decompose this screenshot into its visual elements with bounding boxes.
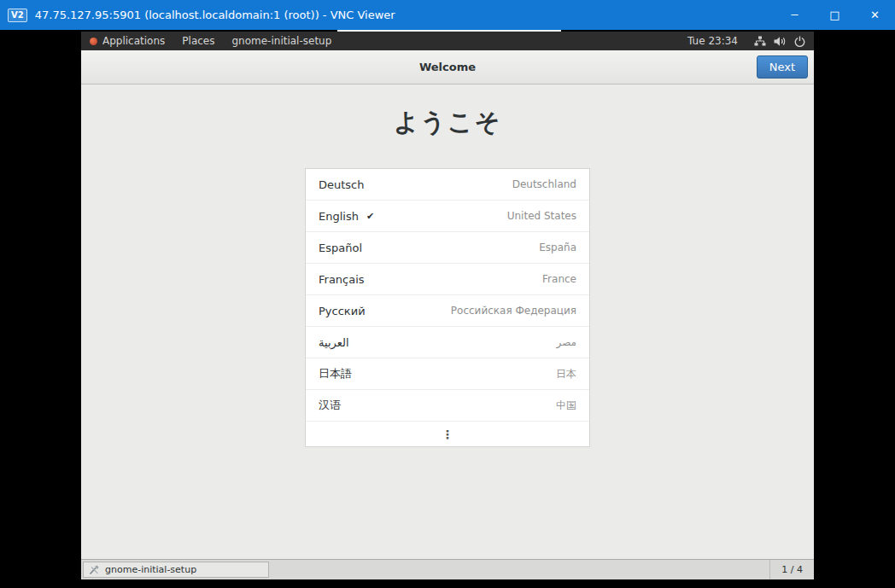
power-icon[interactable] xyxy=(794,36,805,47)
task-label: gnome-initial-setup xyxy=(105,564,196,575)
welcome-greeting: ようこそ xyxy=(81,106,814,140)
language-name: Français xyxy=(319,273,365,286)
topbar-status-area: Tue 23:34 xyxy=(687,35,805,47)
remote-desktop: Applications Places gnome-initial-setup … xyxy=(81,32,814,579)
clock[interactable]: Tue 23:34 xyxy=(687,35,738,47)
language-row[interactable]: 汉语 ✔ 中国 xyxy=(306,390,589,422)
workspace-pager[interactable]: 1 / 4 xyxy=(769,560,814,579)
language-name: Русский xyxy=(319,305,366,317)
applications-menu[interactable]: Applications xyxy=(90,35,165,47)
language-row[interactable]: العربية ✔ مصر xyxy=(306,327,589,358)
selected-check-icon: ✔ xyxy=(366,211,374,222)
window-title: 47.75.127.95:5901 (localhost.localdomain… xyxy=(35,9,395,21)
language-name: English xyxy=(319,210,359,223)
minimize-button[interactable]: ─ xyxy=(775,0,815,30)
language-region: Deutschland xyxy=(512,178,576,190)
language-region: Российская Федерация xyxy=(451,305,576,317)
language-region: 中国 xyxy=(556,399,576,413)
language-name: 汉语 xyxy=(319,398,341,413)
volume-icon[interactable] xyxy=(774,36,787,47)
setup-header-bar: Welcome Next xyxy=(81,50,814,84)
language-name: 日本語 xyxy=(319,366,352,381)
setup-content: ようこそ Deutsch ✔ Deutschland English ✔ Uni… xyxy=(81,85,814,559)
next-button[interactable]: Next xyxy=(757,55,808,79)
gnome-taskbar: gnome-initial-setup 1 / 4 xyxy=(81,559,814,579)
app-menu-label: gnome-initial-setup xyxy=(231,35,331,47)
language-region: مصر xyxy=(557,336,576,348)
language-list: Deutsch ✔ Deutschland English ✔ United S… xyxy=(305,168,590,447)
topbar-menus: Applications Places gnome-initial-setup xyxy=(90,35,331,47)
vnc-titlebar[interactable]: V2 47.75.127.95:5901 (localhost.localdom… xyxy=(0,0,895,30)
vnc-viewer-window: V2 47.75.127.95:5901 (localhost.localdom… xyxy=(0,0,895,588)
language-name: Deutsch xyxy=(319,178,365,191)
places-menu-label: Places xyxy=(182,35,214,47)
language-row[interactable]: Deutsch ✔ Deutschland xyxy=(306,169,589,201)
language-region: España xyxy=(539,242,576,253)
language-row[interactable]: Français ✔ France xyxy=(306,264,589,295)
places-menu[interactable]: Places xyxy=(182,35,214,47)
network-icon[interactable] xyxy=(754,36,766,47)
maximize-button[interactable]: □ xyxy=(815,0,855,30)
language-row[interactable]: 日本語 ✔ 日本 xyxy=(306,358,589,390)
language-name: Español xyxy=(319,242,362,254)
task-icon xyxy=(89,565,100,575)
applications-menu-icon xyxy=(90,38,97,45)
language-row[interactable]: English ✔ United States xyxy=(306,201,589,232)
language-region: 日本 xyxy=(556,367,576,381)
taskbar-task-button[interactable]: gnome-initial-setup xyxy=(83,562,269,578)
applications-menu-label: Applications xyxy=(102,35,165,47)
language-name: العربية xyxy=(319,336,349,349)
language-more-row[interactable]: ⋮ xyxy=(306,422,589,446)
vnc-viewport: Applications Places gnome-initial-setup … xyxy=(0,30,895,588)
close-button[interactable]: ✕ xyxy=(855,0,895,30)
language-region: France xyxy=(542,273,576,285)
language-row[interactable]: Español ✔ España xyxy=(306,232,589,264)
app-menu[interactable]: gnome-initial-setup xyxy=(231,35,331,47)
page-title: Welcome xyxy=(419,61,476,73)
language-region: United States xyxy=(507,210,576,222)
gnome-top-bar: Applications Places gnome-initial-setup … xyxy=(81,32,814,50)
window-controls: ─ □ ✕ xyxy=(775,0,895,30)
language-row[interactable]: Русский ✔ Российская Федерация xyxy=(306,295,589,327)
vnc-logo-icon: V2 xyxy=(8,9,27,22)
more-languages-icon: ⋮ xyxy=(442,428,453,441)
